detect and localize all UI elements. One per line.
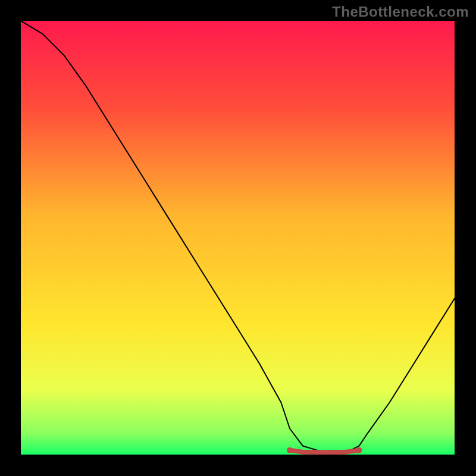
chart-root: TheBottleneck.com [0,0,476,476]
range-endpoint-dot [356,447,362,453]
bottleneck-chart [0,0,476,476]
attribution-watermark: TheBottleneck.com [332,4,469,20]
optimal-range-marker [290,450,359,453]
range-endpoint-dot [287,447,293,453]
